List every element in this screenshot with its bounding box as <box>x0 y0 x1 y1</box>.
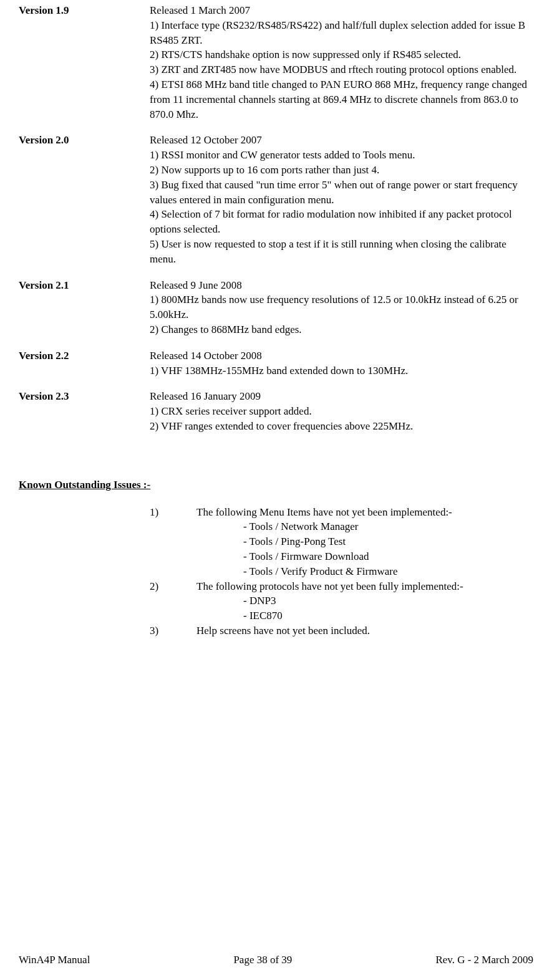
version-block: Version 2.0 Released 12 October 20071) R… <box>19 133 533 266</box>
content-area: Version 1.9 Released 1 March 20071) Inte… <box>19 0 533 638</box>
issue-sub-item: - Tools / Ping-Pong Test <box>243 534 533 549</box>
version-block: Version 2.3 Released 16 January 20091) C… <box>19 389 533 433</box>
issue-number: 1) <box>150 505 196 520</box>
issue-sub-item: - Tools / Verify Product & Firmware <box>243 564 533 579</box>
version-label: Version 2.1 <box>19 278 150 337</box>
issue-sub-item: - Tools / Firmware Download <box>243 549 533 564</box>
issue-text: The following Menu Items have not yet be… <box>196 505 533 520</box>
issue-text: The following protocols have not yet bee… <box>196 579 533 594</box>
issue-row: 3) Help screens have not yet been includ… <box>150 623 533 638</box>
version-label: Version 2.0 <box>19 133 150 266</box>
issues-body: 1) The following Menu Items have not yet… <box>150 505 533 638</box>
issue-sub-item: - DNP3 <box>243 593 533 608</box>
issue-number: 3) <box>150 623 196 638</box>
version-body: Released 12 October 20071) RSSI monitor … <box>150 133 533 266</box>
page-footer: WinA4P Manual Page 38 of 39 Rev. G - 2 M… <box>19 953 533 968</box>
footer-center: Page 38 of 39 <box>233 953 292 968</box>
issue-text: Help screens have not yet been included. <box>196 623 533 638</box>
version-body: Released 1 March 20071) Interface type (… <box>150 3 533 122</box>
issue-sub-item: - IEC870 <box>243 608 533 623</box>
version-label: Version 2.2 <box>19 348 150 378</box>
version-block: Version 1.9 Released 1 March 20071) Inte… <box>19 3 533 122</box>
known-issues-heading: Known Outstanding Issues :- <box>19 478 533 492</box>
document-page: Version 1.9 Released 1 March 20071) Inte… <box>0 0 552 980</box>
version-block: Version 2.2 Released 14 October 20081) V… <box>19 348 533 378</box>
version-block: Version 2.1 Released 9 June 20081) 800MH… <box>19 278 533 337</box>
footer-right: Rev. G - 2 March 2009 <box>435 953 533 968</box>
footer-left: WinA4P Manual <box>19 953 90 968</box>
issue-number: 2) <box>150 579 196 594</box>
issue-row: 2) The following protocols have not yet … <box>150 579 533 594</box>
version-label: Version 1.9 <box>19 3 150 122</box>
issue-row: 1) The following Menu Items have not yet… <box>150 505 533 520</box>
version-body: Released 16 January 20091) CRX series re… <box>150 389 533 433</box>
version-body: Released 14 October 20081) VHF 138MHz-15… <box>150 348 533 378</box>
version-label: Version 2.3 <box>19 389 150 433</box>
issue-sub-item: - Tools / Network Manager <box>243 519 533 534</box>
version-body: Released 9 June 20081) 800MHz bands now … <box>150 278 533 337</box>
